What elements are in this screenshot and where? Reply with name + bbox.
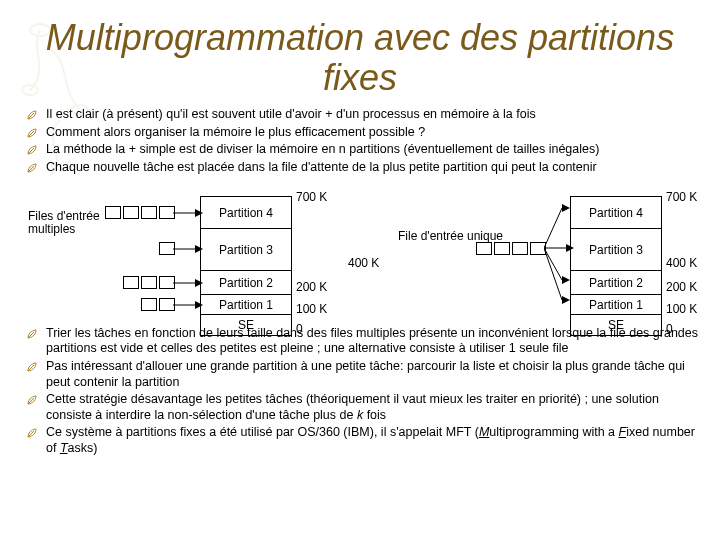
bullet-item: Comment alors organiser la mémoire le pl…: [18, 125, 702, 141]
bullet-text: Chaque nouvelle tâche est placée dans la…: [46, 160, 597, 174]
slide-body: Il est clair (à présent) qu'il est souve…: [0, 107, 720, 457]
bullet-item: Il est clair (à présent) qu'il est souve…: [18, 107, 702, 123]
leaf-icon: [26, 127, 38, 144]
bullet-text: Il est clair (à présent) qu'il est souve…: [46, 107, 536, 121]
diagram-spacer: [18, 178, 702, 326]
leaf-icon: [26, 162, 38, 179]
leaf-icon: [26, 109, 38, 126]
bullet-text: Trier les tâches en fonction de leurs ta…: [46, 326, 698, 356]
bullet-item: La méthode la + simple est de diviser la…: [18, 142, 702, 158]
bullet-text: Ce système à partitions fixes a été util…: [46, 425, 695, 455]
bullet-item: Chaque nouvelle tâche est placée dans la…: [18, 160, 702, 176]
slide-title: Multiprogrammation avec des partitions f…: [0, 0, 720, 107]
bullet-item: Trier les tâches en fonction de leurs ta…: [18, 326, 702, 357]
leaf-icon: [26, 394, 38, 411]
bullet-text: Cette stratégie désavantage les petites …: [46, 392, 659, 422]
bullet-item: Ce système à partitions fixes a été util…: [18, 425, 702, 456]
bullet-item: Pas intéressant d'allouer une grande par…: [18, 359, 702, 390]
bullet-text: Pas intéressant d'allouer une grande par…: [46, 359, 685, 389]
leaf-icon: [26, 361, 38, 378]
leaf-icon: [26, 328, 38, 345]
leaf-icon: [26, 427, 38, 444]
bullet-text: La méthode la + simple est de diviser la…: [46, 142, 599, 156]
bullet-item: Cette stratégie désavantage les petites …: [18, 392, 702, 423]
leaf-icon: [26, 144, 38, 161]
bullet-text: Comment alors organiser la mémoire le pl…: [46, 125, 425, 139]
